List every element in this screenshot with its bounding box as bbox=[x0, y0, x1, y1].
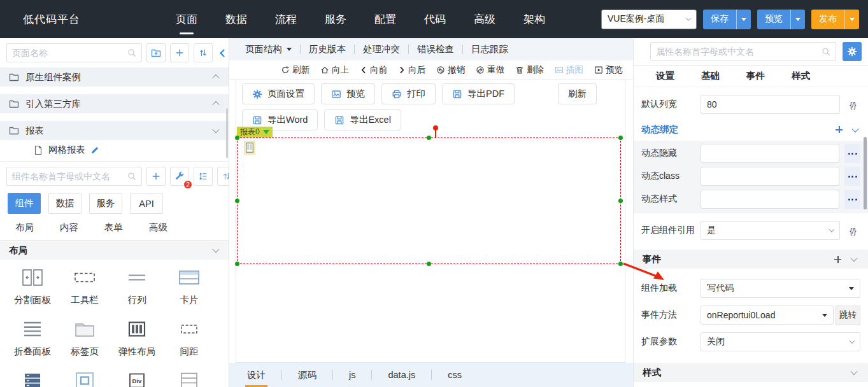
component-ref-select[interactable]: 是 bbox=[701, 221, 840, 240]
print-button[interactable]: 打印 bbox=[381, 83, 436, 104]
toolbar-delete[interactable]: 删除 bbox=[515, 64, 544, 76]
tab-events[interactable]: 事件 bbox=[746, 70, 765, 82]
design-canvas[interactable]: 页面设置 预览 打印 导出PDF 刷新 bbox=[236, 80, 625, 363]
dynamic-hide-input[interactable] bbox=[707, 148, 833, 158]
toolbar-preview[interactable]: 预览 bbox=[594, 64, 623, 76]
subtab-content[interactable]: 内容 bbox=[60, 222, 78, 234]
resize-handle[interactable] bbox=[235, 262, 239, 266]
resize-handle[interactable] bbox=[618, 136, 623, 140]
component-row-col[interactable]: 行列 bbox=[111, 269, 163, 306]
export-excel-button[interactable]: 导出Excel bbox=[324, 109, 401, 130]
layout-section-header[interactable]: 布局 bbox=[0, 240, 229, 260]
subtab-layout[interactable]: 布局 bbox=[15, 222, 34, 234]
component-selection[interactable] bbox=[237, 137, 621, 264]
add-page-button[interactable] bbox=[170, 43, 189, 62]
nav-code[interactable]: 代码 bbox=[424, 12, 446, 27]
component-split-panel[interactable]: 分割面板 bbox=[6, 269, 59, 306]
line-height-button[interactable] bbox=[194, 167, 213, 186]
toolbar-undo[interactable]: 撤销 bbox=[436, 64, 465, 76]
component-toolbar[interactable]: 工具栏 bbox=[59, 269, 111, 306]
nav-service[interactable]: 服务 bbox=[325, 12, 346, 27]
component-item-partial[interactable] bbox=[59, 372, 111, 387]
events-section-header[interactable]: 事件 bbox=[634, 250, 868, 269]
component-flex-layout[interactable]: 弹性布局 bbox=[111, 320, 163, 358]
tab-conflicts[interactable]: 处理冲突 bbox=[355, 43, 408, 55]
preview-dropdown-caret[interactable] bbox=[790, 10, 805, 29]
plus-icon[interactable] bbox=[834, 256, 841, 263]
component-spacing[interactable]: 间距 bbox=[163, 320, 215, 358]
edit-pencil-icon[interactable] bbox=[90, 146, 99, 155]
component-tabs-page[interactable]: 标签页 bbox=[59, 320, 111, 358]
save-button[interactable]: 保存 bbox=[703, 10, 751, 29]
tab-css[interactable]: css bbox=[448, 364, 462, 386]
sort-pages-button[interactable] bbox=[194, 43, 213, 62]
new-folder-button[interactable] bbox=[146, 43, 166, 62]
tab-source[interactable]: 源码 bbox=[298, 363, 317, 387]
component-collapse-panel[interactable]: 折叠面板 bbox=[6, 320, 59, 358]
chevron-down-icon[interactable] bbox=[850, 368, 857, 375]
tab-history-versions[interactable]: 历史版本 bbox=[301, 43, 354, 55]
selected-component-tag[interactable]: 报表0 bbox=[237, 127, 273, 137]
subtab-form[interactable]: 表单 bbox=[104, 222, 123, 234]
resize-handle[interactable] bbox=[618, 199, 623, 203]
dynamic-class-input[interactable] bbox=[707, 171, 833, 181]
component-tools-button[interactable]: 2 bbox=[170, 167, 189, 186]
canvas-refresh-button[interactable]: 刷新 bbox=[558, 83, 597, 104]
tab-data[interactable]: 数据 bbox=[48, 193, 82, 214]
collapse-left-panel-button[interactable] bbox=[217, 43, 229, 62]
component-card[interactable]: 卡片 bbox=[163, 269, 215, 306]
tab-js[interactable]: js bbox=[349, 364, 355, 386]
chevron-up-icon[interactable] bbox=[212, 101, 219, 108]
page-search-input[interactable] bbox=[12, 48, 127, 58]
nav-page[interactable]: 页面 bbox=[176, 12, 197, 27]
chevron-down-icon[interactable] bbox=[212, 126, 219, 133]
default-col-width-input[interactable] bbox=[707, 99, 834, 109]
tree-folder-native[interactable]: 原生组件案例 bbox=[0, 67, 229, 87]
style-section-header[interactable]: 样式 bbox=[634, 363, 868, 382]
resize-handle[interactable] bbox=[235, 199, 239, 203]
add-component-button[interactable] bbox=[146, 167, 166, 186]
dynamic-hide-more-button[interactable] bbox=[844, 144, 860, 163]
project-select[interactable]: VUE案例-桌面 bbox=[601, 10, 697, 29]
code-badge[interactable]: {/} bbox=[845, 226, 860, 236]
component-search-input[interactable] bbox=[12, 171, 127, 181]
component-item-partial[interactable]: Div bbox=[111, 372, 163, 387]
component-load-select[interactable]: 写代码 bbox=[701, 279, 860, 298]
toolbar-refresh[interactable]: 刷新 bbox=[281, 64, 309, 76]
toolbar-forward[interactable]: 向前 bbox=[360, 64, 387, 76]
chevron-down-icon[interactable] bbox=[850, 255, 857, 262]
sort-components-button[interactable] bbox=[217, 167, 229, 186]
tab-api[interactable]: API bbox=[130, 193, 163, 214]
tab-design[interactable]: 设计 bbox=[247, 363, 266, 387]
nav-flow[interactable]: 流程 bbox=[275, 12, 297, 27]
chevron-down-icon[interactable] bbox=[851, 125, 858, 132]
dynamic-style-input[interactable] bbox=[707, 194, 833, 204]
tab-style[interactable]: 样式 bbox=[792, 70, 810, 82]
nav-config[interactable]: 配置 bbox=[374, 12, 396, 27]
tree-folder-report[interactable]: 报表 bbox=[0, 121, 229, 140]
resize-handle[interactable] bbox=[427, 136, 431, 140]
tab-data-js[interactable]: data.js bbox=[388, 364, 415, 386]
code-badge[interactable]: {/} bbox=[845, 100, 860, 109]
inspector-scrollbar[interactable] bbox=[864, 137, 867, 209]
toolbar-redo[interactable]: 重做 bbox=[476, 64, 504, 76]
save-dropdown-caret[interactable] bbox=[736, 10, 751, 29]
tab-log-trace[interactable]: 日志跟踪 bbox=[463, 43, 516, 55]
chevron-up-icon[interactable] bbox=[212, 74, 219, 81]
canvas-preview-button[interactable]: 预览 bbox=[321, 83, 375, 104]
nav-architecture[interactable]: 架构 bbox=[523, 12, 545, 27]
tab-page-structure[interactable]: 页面结构 bbox=[237, 43, 300, 55]
tab-basic[interactable]: 基础 bbox=[701, 70, 720, 82]
page-settings-button[interactable]: 页面设置 bbox=[242, 83, 315, 104]
tab-services[interactable]: 服务 bbox=[89, 193, 122, 214]
export-pdf-button[interactable]: 导出PDF bbox=[442, 83, 515, 104]
preview-button[interactable]: 预览 bbox=[757, 10, 805, 29]
plus-icon[interactable] bbox=[836, 126, 843, 133]
dynamic-class-more-button[interactable] bbox=[844, 167, 860, 186]
tab-components[interactable]: 组件 bbox=[8, 193, 41, 214]
publish-dropdown-caret[interactable] bbox=[844, 10, 859, 29]
resize-handle[interactable] bbox=[427, 262, 431, 266]
jump-button[interactable]: 跳转 bbox=[836, 306, 860, 325]
event-method-select[interactable]: onReportui0Load bbox=[701, 306, 834, 325]
tree-scrollbar[interactable] bbox=[226, 108, 228, 158]
